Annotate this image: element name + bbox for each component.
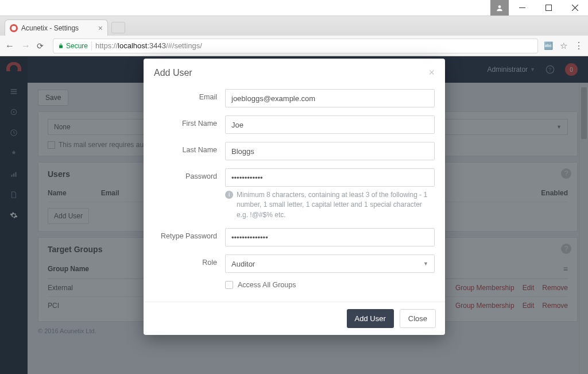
nav-forward-button[interactable]: → (21, 41, 31, 51)
url-text: https://localhost:3443/#/settings/ (95, 41, 202, 50)
password-input[interactable] (225, 168, 435, 187)
tab-title: Acunetix - Settings (21, 24, 95, 32)
label-password: Password (154, 168, 225, 180)
add-user-modal: Add User × Email First Name Last Name Pa… (144, 59, 445, 335)
os-close-button[interactable] (562, 0, 588, 16)
lock-icon (58, 43, 64, 49)
svg-point-0 (498, 5, 501, 8)
tab-close-icon[interactable]: × (98, 24, 103, 33)
svg-rect-2 (546, 5, 551, 11)
os-titlebar (0, 0, 588, 16)
os-user-icon[interactable] (490, 0, 509, 16)
first-name-input[interactable] (225, 115, 435, 134)
address-bar[interactable]: Secure https://localhost:3443/#/settings… (53, 38, 538, 53)
label-email: Email (154, 89, 225, 101)
label-role: Role (154, 255, 225, 267)
password-hint: i Minimum 8 characters, containing at le… (225, 190, 435, 220)
url-separator (91, 41, 92, 51)
tab-favicon (10, 24, 18, 32)
access-all-groups-checkbox[interactable]: Access All Groups (225, 281, 435, 289)
secure-label: Secure (66, 42, 88, 50)
modal-close-button[interactable]: Close (400, 309, 436, 328)
browser-tab-active[interactable]: Acunetix - Settings × (5, 20, 108, 36)
browser-tab-strip: Acunetix - Settings × (0, 16, 588, 36)
browser-toolbar: ← → ⟳ Secure https://localhost:3443/#/se… (0, 36, 588, 56)
label-last-name: Last Name (154, 142, 225, 154)
bookmark-icon[interactable]: ☆ (560, 41, 567, 51)
modal-close-icon[interactable]: × (428, 67, 435, 79)
modal-title: Add User (154, 68, 192, 78)
checkbox-icon (225, 281, 233, 289)
label-retype-password: Retype Password (154, 228, 225, 240)
nav-back-button[interactable]: ← (5, 41, 15, 51)
modal-submit-button[interactable]: Add User (347, 309, 394, 328)
chevron-down-icon: ▼ (423, 261, 428, 267)
os-minimize-button[interactable] (509, 0, 535, 16)
browser-menu-icon[interactable]: ⋮ (574, 40, 583, 51)
os-maximize-button[interactable] (535, 0, 562, 16)
secure-indicator: Secure (58, 42, 88, 50)
last-name-input[interactable] (225, 142, 435, 160)
nav-reload-button[interactable]: ⟳ (37, 41, 47, 51)
svg-rect-1 (519, 7, 525, 8)
retype-password-input[interactable] (225, 228, 435, 246)
new-tab-button[interactable] (111, 22, 125, 33)
translate-icon[interactable]: 🔤 (544, 41, 553, 50)
label-first-name: First Name (154, 115, 225, 128)
email-input[interactable] (225, 89, 435, 107)
info-icon: i (225, 191, 233, 199)
role-select[interactable]: Auditor ▼ (225, 255, 435, 273)
